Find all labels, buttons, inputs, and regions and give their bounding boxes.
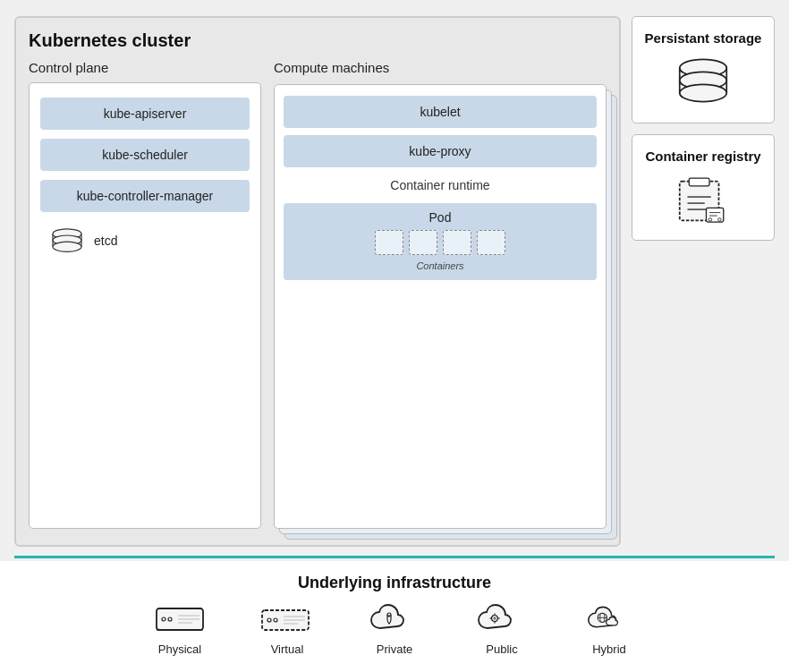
svg-point-14 (708, 218, 712, 222)
physical-icon (153, 601, 207, 637)
svg-point-17 (162, 617, 165, 621)
pod-label: Pod (429, 210, 452, 225)
compute-machines-label: Compute machines (274, 60, 607, 75)
kubelet-item: kubelet (284, 96, 597, 128)
bottom-section: Underlying infrastructure Physical (0, 561, 789, 672)
storage-icon (672, 56, 734, 110)
svg-point-15 (718, 218, 722, 222)
container-registry-panel: Container registry (632, 134, 775, 242)
svg-point-18 (168, 617, 172, 621)
container-box-4 (477, 230, 505, 255)
svg-rect-7 (689, 178, 709, 186)
container-box-3 (443, 230, 471, 255)
containers-label: Containers (416, 260, 463, 271)
container-runtime-label: Container runtime (284, 178, 597, 192)
infra-item-hybrid: Hybrid (573, 601, 645, 656)
compute-machines: Compute machines kubelet kube-proxy Cont… (274, 60, 607, 529)
svg-point-2 (53, 242, 81, 251)
pod-box: Pod Containers (284, 203, 597, 280)
persistent-storage-panel: Persistant storage (632, 16, 775, 123)
infra-title: Underlying infrastructure (298, 574, 491, 592)
physical-label: Physical (158, 642, 201, 656)
containers-row (375, 230, 505, 255)
container-box-1 (375, 230, 403, 255)
k8s-cluster-box: Kubernetes cluster Control plane kube-ap… (14, 16, 621, 547)
right-panels: Persistant storage Container registry (632, 16, 775, 547)
hybrid-icon (582, 601, 636, 637)
control-plane: Control plane kube-apiserver kube-schedu… (29, 60, 261, 529)
kube-scheduler-item: kube-scheduler (40, 139, 250, 171)
registry-icon (672, 174, 734, 227)
kube-controller-manager-item: kube-controller-manager (40, 180, 250, 212)
node-card-front: kubelet kube-proxy Container runtime Pod (274, 84, 607, 529)
control-plane-label: Control plane (29, 60, 261, 75)
hybrid-label: Hybrid (592, 642, 626, 656)
virtual-label: Virtual (271, 642, 304, 656)
infra-item-virtual: Virtual (251, 601, 323, 656)
kube-proxy-item: kube-proxy (284, 135, 597, 167)
main-wrapper: Kubernetes cluster Control plane kube-ap… (0, 0, 789, 672)
private-icon (368, 601, 421, 637)
svg-point-25 (274, 618, 277, 622)
kube-apiserver-item: kube-apiserver (40, 98, 250, 130)
infra-item-public: Public (466, 601, 538, 656)
control-plane-box: kube-apiserver kube-scheduler kube-contr… (29, 82, 261, 529)
etcd-icon (49, 228, 85, 253)
container-registry-title: Container registry (645, 148, 760, 166)
public-label: Public (486, 642, 517, 656)
infra-item-private: Private (359, 601, 430, 656)
infra-items: Physical Virtual (144, 601, 645, 656)
container-box-2 (409, 230, 437, 255)
compute-stack: kubelet kube-proxy Container runtime Pod (274, 84, 607, 529)
etcd-label: etcd (94, 234, 117, 248)
etcd-row: etcd (40, 221, 250, 253)
cluster-inner: Control plane kube-apiserver kube-schedu… (29, 60, 607, 529)
virtual-icon (260, 601, 314, 637)
k8s-cluster-title: Kubernetes cluster (29, 30, 607, 51)
persistent-storage-title: Persistant storage (645, 30, 762, 47)
infra-item-physical: Physical (144, 601, 216, 656)
public-icon (475, 601, 529, 637)
svg-point-24 (267, 618, 271, 622)
private-label: Private (377, 642, 412, 656)
svg-point-5 (680, 84, 727, 101)
top-section: Kubernetes cluster Control plane kube-ap… (0, 0, 789, 547)
